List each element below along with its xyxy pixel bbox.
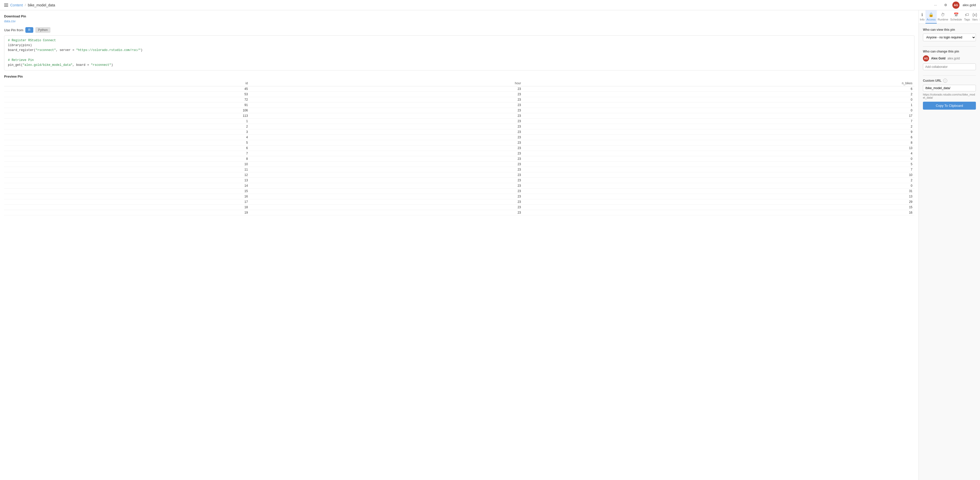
- custom-url-input[interactable]: [923, 85, 976, 91]
- code-line-blank: [8, 53, 911, 58]
- table-cell: 2: [523, 124, 915, 129]
- data-table: id hour n_bikes 452365323272230912311062…: [4, 80, 915, 215]
- table-row: 8230: [4, 156, 915, 162]
- table-cell: 0: [523, 97, 915, 102]
- tab-info[interactable]: ℹ Info: [919, 10, 926, 24]
- collaborator-username: alex.gold: [948, 57, 960, 60]
- collaborator-name: Alex Gold: [931, 57, 945, 60]
- col-header-id: id: [4, 80, 250, 86]
- table-cell: 7: [523, 119, 915, 124]
- download-link[interactable]: data.csv: [4, 19, 16, 23]
- info-icon: ℹ: [921, 12, 923, 17]
- table-cell: 23: [250, 92, 523, 97]
- avatar[interactable]: AG: [952, 2, 959, 9]
- table-row: 7234: [4, 151, 915, 156]
- table-cell: 31: [523, 188, 915, 194]
- table-row: 91231: [4, 102, 915, 108]
- table-row: 10235: [4, 162, 915, 167]
- info-icon-button[interactable]: i: [943, 79, 947, 83]
- table-row: 72230: [4, 97, 915, 102]
- who-can-view-dropdown[interactable]: Anyone - no login required All users Spe…: [923, 33, 976, 41]
- custom-url-title: Custom URL: [923, 79, 942, 83]
- table-body: 4523653232722309123110623011323171237223…: [4, 86, 915, 215]
- table-cell: 45: [4, 86, 250, 92]
- col-header-nbikes: n_bikes: [523, 80, 915, 86]
- table-cell: 23: [250, 172, 523, 178]
- table-row: 1237: [4, 119, 915, 124]
- table-cell: 6: [4, 145, 250, 151]
- copy-to-clipboard-button[interactable]: Copy To Clipboard: [923, 102, 976, 110]
- table-cell: 23: [250, 119, 523, 124]
- table-row: 162313: [4, 194, 915, 199]
- tab-schedule-label: Schedule: [950, 18, 962, 21]
- add-collaborator-input[interactable]: [923, 64, 976, 70]
- who-can-change-title: Who can change this pin: [923, 50, 976, 53]
- table-cell: 0: [523, 183, 915, 188]
- table-cell: 53: [4, 92, 250, 97]
- table-row: 106230: [4, 108, 915, 113]
- code-line-1: # Register RStudio Connect: [8, 38, 911, 43]
- table-cell: 23: [250, 156, 523, 162]
- table-cell: 14: [4, 183, 250, 188]
- table-cell: 23: [250, 86, 523, 92]
- tab-access[interactable]: 🔒 Access: [926, 10, 937, 24]
- topbar: Content / bike_model_data ··· ⚙ AG alex.…: [0, 0, 980, 10]
- table-cell: 23: [250, 199, 523, 205]
- custom-url-section: Custom URL i https://colorado.rstudio.co…: [923, 79, 976, 110]
- table-cell: 23: [250, 210, 523, 215]
- table-row: 122310: [4, 172, 915, 178]
- table-cell: 2: [523, 178, 915, 183]
- r-language-button[interactable]: R: [25, 27, 33, 33]
- table-cell: 5: [4, 140, 250, 145]
- table-cell: 23: [250, 102, 523, 108]
- table-cell: 7: [4, 151, 250, 156]
- table-cell: 13: [523, 194, 915, 199]
- table-cell: 3: [4, 129, 250, 135]
- table-cell: 13: [523, 145, 915, 151]
- content-link[interactable]: Content: [10, 3, 23, 7]
- tab-info-label: Info: [920, 18, 924, 21]
- table-cell: 23: [250, 145, 523, 151]
- table-cell: 113: [4, 113, 250, 119]
- table-cell: 1: [4, 119, 250, 124]
- table-cell: 0: [523, 156, 915, 162]
- user-name[interactable]: alex.gold: [963, 3, 976, 7]
- python-language-button[interactable]: Python: [35, 27, 51, 33]
- table-cell: 5: [523, 162, 915, 167]
- tab-schedule[interactable]: 📅 Schedule: [949, 10, 963, 24]
- use-pin-header: Use Pin from R Python: [4, 27, 915, 33]
- tab-runtime[interactable]: ⏱ Runtime: [937, 10, 949, 24]
- table-header-row: id hour n_bikes: [4, 80, 915, 86]
- tab-access-label: Access: [926, 18, 935, 21]
- right-sidebar: ℹ Info 🔒 Access ⏱ Runtime 📅 Schedule 🏷 T…: [918, 10, 980, 480]
- table-cell: 6: [523, 135, 915, 140]
- table-cell: 23: [250, 188, 523, 194]
- download-pin-section: Download Pin data.csv: [4, 14, 915, 23]
- main-layout: Download Pin data.csv Use Pin from R Pyt…: [0, 10, 980, 480]
- table-cell: 7: [523, 167, 915, 172]
- topbar-left: Content / bike_model_data: [4, 3, 55, 7]
- more-options-button[interactable]: ···: [932, 2, 939, 9]
- table-cell: 23: [250, 151, 523, 156]
- tab-vars[interactable]: {x} Vars: [971, 10, 979, 24]
- table-cell: 23: [250, 167, 523, 172]
- table-cell: 1: [523, 102, 915, 108]
- table-cell: 19: [4, 210, 250, 215]
- table-row: 4236: [4, 135, 915, 140]
- menu-icon[interactable]: [4, 3, 8, 6]
- tab-logs[interactable]: ≡ Logs: [979, 10, 980, 24]
- table-cell: 8: [4, 156, 250, 162]
- table-cell: 0: [523, 108, 915, 113]
- table-cell: 9: [523, 129, 915, 135]
- tab-tags[interactable]: 🏷 Tags: [963, 10, 971, 24]
- table-cell: 6: [523, 86, 915, 92]
- code-line-5: pin_get("alex.gold/bike_model_data", boa…: [8, 63, 911, 68]
- breadcrumb-separator: /: [25, 3, 26, 7]
- table-cell: 23: [250, 129, 523, 135]
- table-cell: 23: [250, 194, 523, 199]
- table-cell: 23: [250, 183, 523, 188]
- settings-button[interactable]: ⚙: [942, 2, 949, 9]
- table-row: 11237: [4, 167, 915, 172]
- who-can-change-section: Who can change this pin AG Alex Gold ale…: [923, 50, 976, 70]
- custom-url-header: Custom URL i: [923, 79, 976, 83]
